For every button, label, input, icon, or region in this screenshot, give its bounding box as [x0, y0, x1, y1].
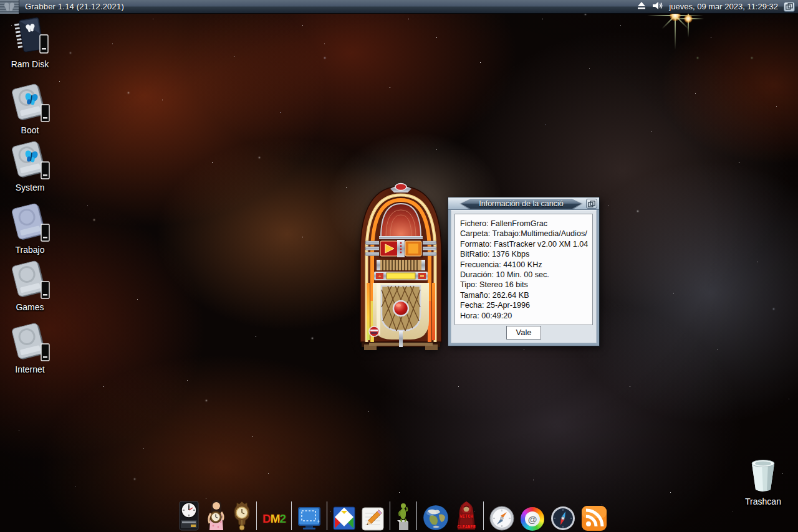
dock-item-text-editor[interactable]: [362, 507, 384, 531]
screen-depth-icon[interactable]: [784, 2, 795, 12]
desktop-icon-system[interactable]: System: [0, 142, 60, 192]
desktop-icon-label: Trabajo: [16, 245, 45, 255]
rss-feed-icon: [582, 506, 607, 531]
dock-item-clock-harddisk[interactable]: [178, 501, 200, 531]
menubar: Grabber 1.14 (21.12.2021) jueves, 09 mar…: [0, 0, 798, 14]
eject-icon[interactable]: [637, 1, 647, 12]
desktop-icon-label: Games: [16, 302, 44, 312]
svg-text:+: +: [317, 518, 320, 525]
dock-item-web-globe[interactable]: [423, 505, 449, 531]
desktop-icon-label: Ram Disk: [11, 59, 49, 69]
dock-item-rss[interactable]: [582, 506, 607, 531]
disk-butterfly-icon: [6, 142, 54, 181]
dock-separator: [416, 501, 417, 530]
dock-item-image-viewer[interactable]: [333, 506, 355, 531]
web-globe-icon: [423, 505, 449, 531]
volume-icon[interactable]: [652, 1, 663, 12]
ram-chip-icon: [7, 19, 52, 57]
info-line-tamano: Tamaño: 262.64 KB: [460, 290, 592, 300]
desktop-icon-trashcan[interactable]: Trashcan: [733, 456, 793, 506]
info-line-carpeta: Carpeta: Trabajo:Multimedia/Audios/: [460, 229, 592, 239]
song-info-box: Fichero: FallenFromGrac Carpeta: Trabajo…: [454, 214, 593, 325]
window-depth-gadget-icon[interactable]: [586, 199, 597, 209]
dm2-letter-m: M: [271, 507, 280, 531]
text-editor-icon: [362, 507, 384, 531]
screengrab-icon: +: [297, 506, 321, 531]
dock-separator: [256, 501, 257, 530]
desktop-icon-trabajo[interactable]: Trabajo: [0, 204, 60, 255]
dock-separator: [483, 501, 484, 530]
menubar-app-title: Grabber 1.14 (21.12.2021): [25, 2, 124, 11]
dock-item-screengrab[interactable]: +: [297, 506, 321, 531]
desktop-icon-label: Internet: [15, 364, 44, 374]
desktop-icon-ram-disk[interactable]: Ram Disk: [0, 19, 60, 69]
window-titlebar[interactable]: Información de la canció: [448, 197, 599, 210]
image-viewer-icon: [333, 506, 355, 531]
dock: DM2 +: [175, 500, 610, 531]
pendulum-clock-icon: [233, 501, 251, 531]
girl-clock-icon: [206, 500, 227, 531]
dm2-letter-d: D: [262, 507, 271, 531]
desktop-icon-label: Trashcan: [745, 496, 781, 506]
dock-item-dm2[interactable]: DM2: [262, 507, 286, 531]
window-title: Información de la canció: [479, 199, 564, 208]
disk-butterfly-icon: [6, 85, 54, 123]
at-symbol-icon: @: [528, 514, 537, 525]
dock-item-compass-dark[interactable]: [550, 506, 575, 531]
window-body: Fichero: FallenFromGrac Carpeta: Trabajo…: [451, 210, 597, 343]
vale-ok-button[interactable]: Vale: [506, 326, 541, 340]
info-line-bitratio: BitRatio: 1376 Kbps: [460, 249, 592, 259]
info-line-hora: Hora: 00:49:20: [460, 311, 592, 321]
thinker-figure-icon: [396, 502, 411, 531]
dm2-letter-2: 2: [280, 507, 286, 531]
dock-item-girl-clock[interactable]: [206, 500, 227, 531]
compass-dark-icon: [550, 506, 575, 531]
svg-text:+: +: [378, 273, 382, 279]
desktop-icon-label: Boot: [21, 125, 39, 135]
desktop-icon-boot[interactable]: Boot: [0, 85, 60, 135]
disk-blue-icon: [6, 204, 54, 243]
dock-item-thinker[interactable]: [396, 502, 411, 531]
info-line-duracion: Duración: 10 Min. 00 sec.: [460, 270, 592, 280]
info-line-tipo: Tipo: Stereo 16 bits: [460, 280, 592, 290]
dock-separator: [291, 501, 292, 530]
window-title-pill: Información de la canció: [459, 198, 583, 209]
menubar-clock: jueves, 09 mar 2023, 11:29:32: [669, 2, 778, 11]
dialog-button-row: Vale: [451, 326, 596, 340]
dock-separator: [327, 501, 327, 530]
info-line-formato: Formato: FastTracker v2.00 XM 1.04: [460, 239, 592, 249]
trashcan-icon: [743, 456, 783, 495]
witch-label-line2: CLEANER: [455, 525, 478, 530]
disk-icon: [6, 324, 54, 363]
disk-icon: [6, 262, 54, 300]
dock-separator: [390, 501, 390, 530]
dock-item-pendulum-clock[interactable]: [233, 501, 251, 531]
jukebox-player-skin[interactable]: +: [352, 179, 450, 351]
desktop-icon-games[interactable]: Games: [0, 262, 60, 312]
info-line-fecha: Fecha: 25-Apr-1996: [460, 300, 592, 310]
info-line-fichero: Fichero: FallenFromGrac: [460, 219, 592, 229]
clock-harddisk-icon: [178, 501, 200, 531]
compass-light-icon: [489, 506, 514, 531]
dock-item-witch-cleaner[interactable]: WITCH CLEANER: [455, 501, 478, 531]
dock-item-mail[interactable]: @: [521, 507, 544, 531]
desktop-icon-internet[interactable]: Internet: [0, 324, 60, 374]
info-line-frecuencia: Frecuencia: 44100 KHz: [460, 260, 592, 270]
witch-label-line1: WITCH: [455, 515, 478, 519]
desktop: Grabber 1.14 (21.12.2021) jueves, 09 mar…: [0, 0, 798, 532]
morphos-butterfly-icon[interactable]: [0, 0, 19, 14]
song-info-window: Información de la canció Fichero: Fallen…: [448, 197, 600, 346]
menubar-status-area: jueves, 09 mar 2023, 11:29:32: [637, 1, 798, 12]
desktop-icon-label: System: [16, 183, 45, 192]
dock-item-compass-light[interactable]: [489, 506, 514, 531]
